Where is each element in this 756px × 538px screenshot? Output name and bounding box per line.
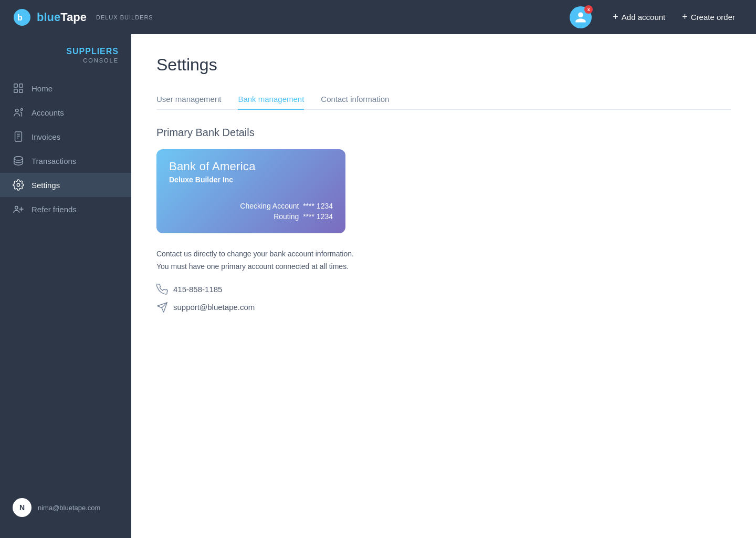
company-name: DELUX BUILDERS	[96, 14, 153, 20]
user-email: nima@bluetape.com	[38, 504, 100, 512]
create-order-plus-icon: +	[682, 12, 688, 23]
tab-user-management[interactable]: User management	[156, 89, 221, 110]
svg-point-12	[17, 183, 20, 187]
sidebar-item-accounts-label: Accounts	[32, 108, 64, 117]
user-avatar-header[interactable]: x	[570, 6, 592, 28]
refer-friends-icon	[13, 203, 24, 215]
svg-rect-4	[14, 89, 17, 92]
sidebar-item-settings[interactable]: Settings	[0, 173, 131, 197]
sidebar-item-invoices[interactable]: Invoices	[0, 125, 131, 149]
svg-point-13	[15, 206, 18, 210]
contact-email: support@bluetape.com	[156, 302, 731, 313]
avatar-icon	[574, 11, 587, 24]
main-content: Settings User management Bank management…	[131, 34, 756, 538]
sidebar-console-label: CONSOLE	[0, 57, 131, 64]
logo-icon: b	[13, 8, 32, 27]
sidebar-section-label: SUPPLIERS	[0, 47, 131, 56]
svg-point-11	[14, 157, 23, 160]
svg-text:b: b	[17, 13, 23, 22]
contact-phone: 415-858-1185	[156, 284, 731, 295]
checking-number: **** 1234	[303, 202, 333, 210]
support-email: support@bluetape.com	[173, 303, 255, 312]
create-order-label: Create order	[691, 13, 735, 22]
invoices-icon	[13, 131, 24, 142]
add-account-label: Add account	[622, 13, 665, 22]
email-icon	[156, 302, 168, 313]
phone-number: 415-858-1185	[173, 285, 222, 294]
settings-icon	[13, 179, 24, 191]
svg-rect-5	[19, 89, 23, 92]
bank-name: Bank of America	[169, 160, 333, 173]
sidebar-item-transactions[interactable]: Transactions	[0, 149, 131, 173]
logo-rest-text: Tape	[60, 11, 87, 24]
routing-number: **** 1234	[303, 212, 333, 221]
contact-text: Contact us directly to change your bank …	[156, 248, 731, 273]
tab-contact-information[interactable]: Contact information	[321, 89, 389, 110]
svg-rect-2	[14, 84, 17, 87]
sidebar-item-accounts[interactable]: Accounts	[0, 100, 131, 125]
phone-icon	[156, 284, 168, 295]
svg-rect-3	[19, 84, 23, 87]
sidebar-item-refer-friends-label: Refer friends	[32, 205, 77, 214]
sidebar-item-home[interactable]: Home	[0, 76, 131, 100]
page-title: Settings	[156, 55, 731, 75]
logo: b blueTape DELUX BUILDERS	[13, 8, 153, 27]
bank-company-label: Deluxe Builder Inc	[169, 175, 333, 184]
header: b blueTape DELUX BUILDERS x + Add accoun…	[0, 0, 756, 34]
add-account-plus-icon: +	[613, 12, 618, 23]
tab-bank-management[interactable]: Bank management	[238, 89, 304, 110]
home-icon	[13, 82, 24, 94]
contact-text-line2: You must have one primary account connec…	[156, 261, 731, 273]
bank-details: Checking Account **** 1234 Routing **** …	[169, 202, 333, 223]
sidebar-item-transactions-label: Transactions	[32, 157, 76, 165]
accounts-icon	[13, 107, 24, 118]
checking-label: Checking Account	[240, 202, 299, 210]
bank-card: Bank of America Deluxe Builder Inc Check…	[156, 149, 345, 233]
logo-blue-text: blue	[37, 11, 60, 24]
create-order-button[interactable]: + Create order	[674, 7, 743, 27]
add-account-button[interactable]: + Add account	[604, 7, 674, 27]
sidebar: SUPPLIERS CONSOLE Home Accounts	[0, 34, 131, 538]
avatar-badge: x	[584, 5, 593, 14]
sidebar-user[interactable]: N nima@bluetape.com	[0, 490, 131, 525]
routing-label: Routing	[274, 212, 299, 221]
sidebar-item-settings-label: Settings	[32, 181, 60, 190]
checking-account-line: Checking Account **** 1234	[169, 202, 333, 210]
transactions-icon	[13, 155, 24, 167]
svg-point-6	[16, 109, 19, 112]
user-avatar: N	[13, 498, 32, 517]
sidebar-item-home-label: Home	[32, 84, 52, 93]
svg-rect-7	[15, 132, 22, 141]
sidebar-item-invoices-label: Invoices	[32, 132, 60, 141]
sidebar-item-refer-friends[interactable]: Refer friends	[0, 197, 131, 221]
contact-text-line1: Contact us directly to change your bank …	[156, 248, 731, 261]
routing-line: Routing **** 1234	[169, 212, 333, 221]
section-title: Primary Bank Details	[156, 127, 731, 139]
tabs: User management Bank management Contact …	[156, 89, 731, 110]
